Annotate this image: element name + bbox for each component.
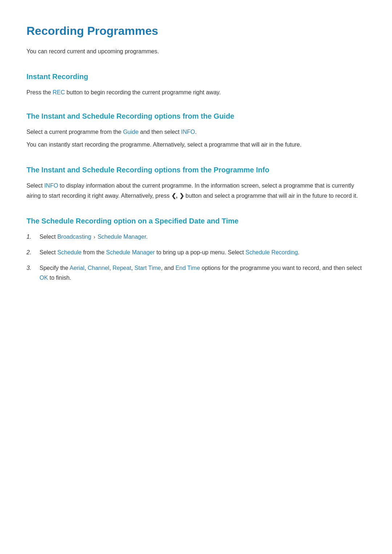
section-schedule-recording: The Schedule Recording option on a Speci… <box>26 215 366 283</box>
broadcasting-highlight: Broadcasting <box>57 234 91 240</box>
end-time-highlight: End Time <box>175 265 200 271</box>
section-body-instant-recording: Press the REC button to begin recording … <box>26 87 366 97</box>
section-title-guide-options: The Instant and Schedule Recording optio… <box>26 110 366 122</box>
arrow-icon: › <box>94 234 95 240</box>
intro-text: You can record current and upcoming prog… <box>26 47 366 56</box>
instant-recording-text: Press the REC button to begin recording … <box>26 87 366 97</box>
section-guide-options: The Instant and Schedule Recording optio… <box>26 110 366 149</box>
section-programme-info: The Instant and Schedule Recording optio… <box>26 164 366 200</box>
section-title-schedule-recording: The Schedule Recording option on a Speci… <box>26 215 366 227</box>
list-item: 3. Specify the Aerial, Channel, Repeat, … <box>26 263 366 283</box>
ok-highlight: OK <box>40 275 48 281</box>
section-instant-recording: Instant Recording Press the REC button t… <box>26 71 366 97</box>
repeat-highlight: Repeat <box>113 265 131 271</box>
rec-highlight: REC <box>53 89 65 95</box>
channel-highlight: Channel <box>88 265 110 271</box>
programme-info-text: Select INFO to display information about… <box>26 181 366 200</box>
chevron-buttons: ❮, ❯ <box>171 193 184 199</box>
info-highlight-2: INFO <box>44 182 58 189</box>
guide-highlight: Guide <box>123 129 139 135</box>
guide-options-text-1: Select a current programme from the Guid… <box>26 127 366 137</box>
step-number-1: 1. <box>26 232 40 242</box>
schedule-manager-highlight-1: Schedule Manager <box>98 234 146 240</box>
schedule-steps-list: 1. Select Broadcasting › Schedule Manage… <box>26 232 366 283</box>
list-item: 2. Select Schedule from the Schedule Man… <box>26 247 366 257</box>
section-body-schedule-recording: 1. Select Broadcasting › Schedule Manage… <box>26 232 366 283</box>
step-content-1: Select Broadcasting › Schedule Manager. <box>40 232 366 242</box>
section-body-guide-options: Select a current programme from the Guid… <box>26 127 366 149</box>
step-number-3: 3. <box>26 263 40 273</box>
schedule-manager-highlight-2: Schedule Manager <box>106 249 155 255</box>
section-title-programme-info: The Instant and Schedule Recording optio… <box>26 164 366 176</box>
schedule-highlight: Schedule <box>57 249 82 255</box>
section-body-programme-info: Select INFO to display information about… <box>26 181 366 200</box>
step-content-2: Select Schedule from the Schedule Manage… <box>40 247 366 257</box>
guide-options-text-2: You can instantly start recording the pr… <box>26 140 366 149</box>
info-highlight-1: INFO <box>181 129 195 135</box>
list-item: 1. Select Broadcasting › Schedule Manage… <box>26 232 366 242</box>
step-number-2: 2. <box>26 247 40 257</box>
page-title: Recording Programmes <box>26 22 366 40</box>
schedule-recording-highlight: Schedule Recording <box>245 249 298 255</box>
section-title-instant-recording: Instant Recording <box>26 71 366 82</box>
aerial-highlight: Aerial <box>70 265 85 271</box>
start-time-highlight: Start Time <box>135 265 161 271</box>
step-content-3: Specify the Aerial, Channel, Repeat, Sta… <box>40 263 366 283</box>
